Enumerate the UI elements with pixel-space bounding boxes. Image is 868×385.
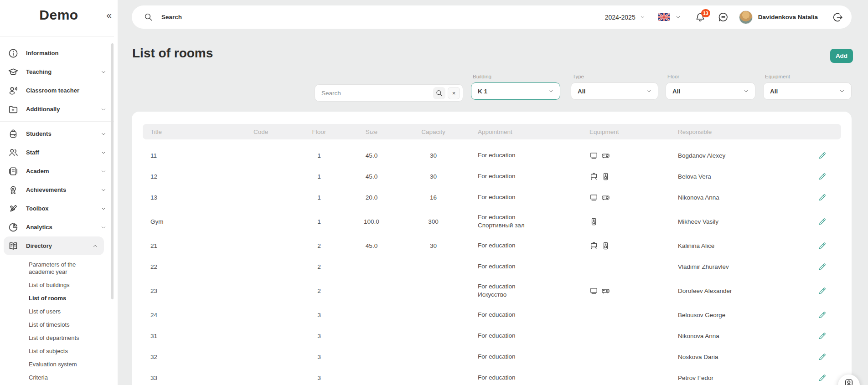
projector-icon: [601, 151, 610, 160]
cell-responsible: Nikonova Anna: [670, 333, 803, 339]
sidebar-item-students[interactable]: Students: [0, 124, 114, 143]
table-row: 21245.030For educationKalinina Alice: [143, 235, 841, 256]
edit-row-button[interactable]: [818, 262, 827, 271]
edit-row-button[interactable]: [818, 332, 827, 340]
cell-responsible: Noskova Daria: [670, 354, 803, 360]
board-icon: [589, 241, 598, 250]
equipment-filter: Equipment All: [763, 74, 852, 100]
messages-button[interactable]: [718, 11, 729, 23]
sidebar-divider: [0, 36, 114, 36]
edit-row-button[interactable]: [818, 287, 827, 295]
edit-row-button[interactable]: [818, 193, 827, 202]
cell-title: 31: [143, 333, 246, 339]
edit-row-button[interactable]: [818, 217, 827, 226]
sidebar-item-directory[interactable]: Directory: [4, 236, 104, 255]
table-body: 11145.030For educationBogdanov Alexey121…: [143, 145, 841, 385]
sidebar-item-information[interactable]: Information: [0, 44, 114, 62]
sidebar-item-analytics[interactable]: Analytics: [0, 218, 114, 236]
academic-year-dropdown[interactable]: 2024-2025: [605, 14, 646, 21]
table-header: TitleCodeFloorSizeCapacityAppointmentEqu…: [143, 124, 841, 139]
sidebar-subitem-list-of-users[interactable]: List of users: [0, 305, 114, 318]
cell-appointment: For education: [470, 151, 582, 159]
edit-row-button[interactable]: [818, 151, 827, 160]
cell-responsible: Vladimir Zhuravlev: [670, 263, 803, 270]
sidebar-subitem-list-of-buildings[interactable]: List of buildings: [0, 278, 114, 292]
sidebar-subitem-parameters-of-the-academic-year[interactable]: Parameters of the academic year: [0, 258, 114, 278]
equipment-select[interactable]: All: [763, 82, 852, 100]
add-button[interactable]: Add: [830, 49, 853, 63]
sidebar-subitem-evaluation-system[interactable]: Evaluation system: [0, 358, 114, 371]
global-search-input[interactable]: [161, 14, 298, 21]
teaching-icon: [7, 66, 19, 78]
sidebar-item-label: Analytics: [26, 224, 52, 231]
sidebar-collapse-icon[interactable]: «: [106, 10, 112, 20]
cell-title: Gym: [143, 218, 246, 225]
sidebar-subitem-list-of-subjects[interactable]: List of subjects: [0, 344, 114, 358]
sidebar-item-academ[interactable]: Academ: [0, 162, 114, 180]
edit-row-button[interactable]: [818, 172, 827, 181]
cell-equipment: [582, 172, 670, 181]
building-select[interactable]: K 1: [471, 82, 560, 100]
directory-children: Parameters of the academic yearList of b…: [0, 258, 114, 384]
chevron-down-icon: [548, 88, 554, 94]
sidebar-subitem-criteria[interactable]: Criteria: [0, 371, 114, 384]
sidebar-item-staff[interactable]: Staff: [0, 143, 114, 162]
sidebar-item-achievements[interactable]: Achievements: [0, 180, 114, 199]
board-icon: [589, 172, 598, 181]
table-row: 222For educationVladimir Zhuravlev: [143, 256, 841, 277]
edit-row-button[interactable]: [818, 241, 827, 250]
chevron-down-icon: [743, 88, 749, 94]
sidebar-item-classroom-teacher[interactable]: Classroom teacher: [0, 81, 114, 100]
search-clear-button[interactable]: ×: [448, 87, 460, 99]
cell-title: 33: [143, 375, 246, 381]
cell-floor: 3: [292, 354, 346, 360]
cell-floor: 3: [292, 375, 346, 381]
sidebar-scrollbar[interactable]: [111, 43, 114, 299]
floor-select[interactable]: All: [666, 82, 755, 100]
sidebar-item-label: Academ: [26, 168, 49, 175]
chevron-down-icon: [100, 69, 107, 75]
cell-capacity: 30: [397, 152, 470, 159]
edit-row-button[interactable]: [818, 311, 827, 319]
edit-row-button[interactable]: [818, 374, 827, 382]
table-search-input[interactable]: [321, 90, 433, 97]
cell-responsible: Mikheev Vasily: [670, 218, 803, 225]
user-avatar[interactable]: [739, 10, 753, 24]
monitor-icon: [589, 151, 598, 160]
edit-row-button[interactable]: [818, 353, 827, 361]
sidebar-item-label: Teaching: [26, 68, 52, 75]
appointment-line: For education: [478, 374, 582, 382]
sidebar-subitem-list-of-timeslots[interactable]: List of timeslots: [0, 318, 114, 331]
sidebar-item-teaching[interactable]: Teaching: [0, 62, 114, 81]
logout-button[interactable]: [832, 12, 843, 23]
language-dropdown[interactable]: [658, 13, 681, 21]
sidebar-subitem-list-of-departments[interactable]: List of departments: [0, 331, 114, 344]
additionally-icon: [7, 103, 19, 115]
cell-floor: 1: [292, 152, 346, 159]
sidebar-item-additionally[interactable]: Additionally: [0, 100, 114, 118]
appointment-line: For education: [478, 193, 582, 201]
cell-title: 21: [143, 242, 246, 249]
sidebar: Demo « InformationTeachingClassroom teac…: [0, 0, 118, 385]
sidebar-item-label: Directory: [26, 242, 52, 249]
achievements-icon: [7, 184, 19, 196]
academ-icon: [7, 165, 19, 177]
cell-responsible: Belova Vera: [670, 173, 803, 180]
column-header-title: Title: [143, 128, 246, 135]
camera-icon: [844, 378, 854, 385]
notifications-button[interactable]: 13: [695, 12, 706, 23]
appointment-line: For education: [478, 262, 582, 271]
search-submit-button[interactable]: [433, 87, 445, 99]
user-name[interactable]: Davidenkova Natalia: [758, 14, 818, 21]
chevron-down-icon: [100, 106, 107, 113]
sidebar-item-toolbox[interactable]: Toolbox: [0, 199, 114, 218]
cell-floor: 1: [292, 218, 346, 225]
table-row: 232For educationИскусствоDorofeev Alexan…: [143, 277, 841, 304]
cell-floor: 2: [292, 263, 346, 270]
sidebar-subitem-list-of-rooms[interactable]: List of rooms: [0, 292, 114, 305]
sidebar-item-label: Information: [26, 50, 59, 56]
cell-title: 24: [143, 312, 246, 318]
cell-appointment: For education: [470, 374, 582, 382]
type-select[interactable]: All: [571, 82, 658, 100]
global-search[interactable]: [144, 12, 605, 22]
